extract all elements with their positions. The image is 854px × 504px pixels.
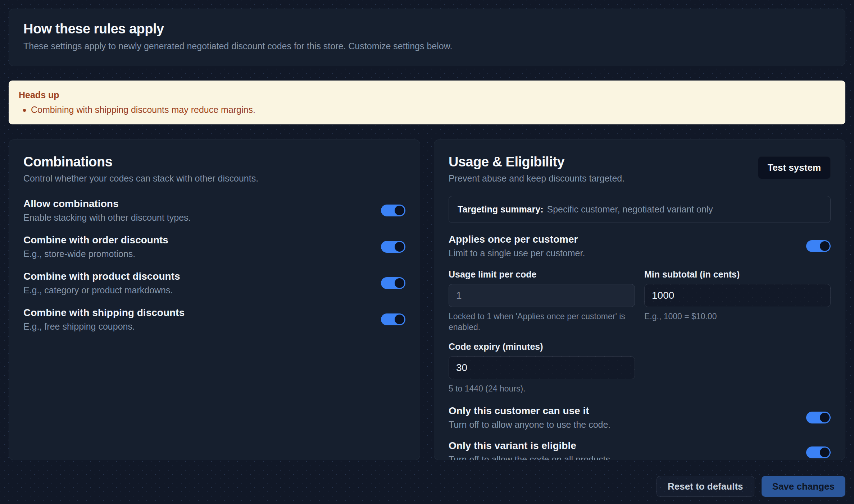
code-expiry-input[interactable]	[449, 356, 635, 379]
shipping-discounts-toggle[interactable]	[381, 313, 405, 325]
rule-help: Turn off to allow anyone to use the code…	[449, 420, 610, 430]
product-discounts-toggle[interactable]	[381, 277, 405, 289]
code-expiry-help: 5 to 1440 (24 hours).	[449, 384, 635, 394]
code-expiry-field-group: Code expiry (minutes) 5 to 1440 (24 hour…	[449, 342, 635, 394]
order-discounts-toggle[interactable]	[381, 241, 405, 253]
rule-row-allow-combinations: Allow combinations Enable stacking with …	[23, 198, 405, 223]
min-subtotal-field-group: Min subtotal (in cents) E.g., 1000 = $10…	[644, 269, 831, 333]
rule-row-product-discounts: Combine with product discounts E.g., cat…	[23, 271, 405, 295]
rule-row-order-discounts: Combine with order discounts E.g., store…	[23, 234, 405, 259]
banner-list: Combining with shipping discounts may re…	[19, 105, 835, 115]
rule-label: Combine with order discounts	[23, 234, 168, 246]
footer-actions: Reset to defaults Save changes	[9, 476, 845, 497]
toggle-knob	[820, 413, 830, 422]
allow-combinations-toggle[interactable]	[381, 205, 405, 216]
combinations-panel: Combinations Control whether your codes …	[9, 139, 420, 460]
usage-eligibility-panel: Usage & Eligibility Prevent abuse and ke…	[434, 139, 845, 460]
test-system-button[interactable]: Test system	[758, 156, 831, 179]
usage-limit-help: Locked to 1 when 'Applies once per custo…	[449, 311, 635, 333]
min-subtotal-input[interactable]	[644, 284, 831, 307]
rule-row-only-variant: Only this variant is eligible Turn off t…	[449, 440, 831, 460]
rule-label: Combine with product discounts	[23, 271, 180, 282]
rule-help: Limit to a single use per customer.	[449, 248, 585, 258]
combinations-subtitle: Control whether your codes can stack wit…	[23, 173, 405, 184]
applies-once-toggle[interactable]	[806, 240, 831, 252]
combinations-title: Combinations	[23, 154, 405, 170]
only-customer-toggle[interactable]	[806, 412, 831, 423]
rule-row-only-customer: Only this customer can use it Turn off t…	[449, 405, 831, 430]
toggle-knob	[820, 448, 830, 457]
save-changes-button[interactable]: Save changes	[762, 476, 845, 497]
rule-help: E.g., category or product markdowns.	[23, 285, 180, 295]
banner-item: Combining with shipping discounts may re…	[31, 105, 835, 115]
usage-limit-label: Usage limit per code	[449, 269, 635, 280]
usage-title: Usage & Eligibility	[449, 154, 624, 170]
targeting-summary-box: Targeting summary: Specific customer, ne…	[449, 196, 831, 223]
toggle-knob	[820, 241, 830, 251]
rule-row-applies-once: Applies once per customer Limit to a sin…	[449, 234, 831, 258]
usage-limit-field-group: Usage limit per code Locked to 1 when 'A…	[449, 269, 635, 333]
rule-help: Enable stacking with other discount type…	[23, 212, 191, 223]
min-subtotal-help: E.g., 1000 = $10.00	[644, 311, 831, 322]
rules-header-card: How these rules apply These settings app…	[9, 9, 845, 66]
toggle-knob	[395, 278, 404, 288]
rule-label: Only this customer can use it	[449, 405, 610, 417]
toggle-knob	[395, 315, 404, 324]
rule-label: Allow combinations	[23, 198, 191, 210]
page-subtitle: These settings apply to newly generated …	[23, 41, 831, 51]
rule-label: Applies once per customer	[449, 234, 585, 245]
usage-limit-input[interactable]	[449, 284, 635, 307]
banner-title: Heads up	[19, 90, 835, 100]
toggle-knob	[395, 206, 404, 215]
rule-label: Combine with shipping discounts	[23, 307, 185, 319]
rule-help: Turn off to allow the code on all produc…	[449, 454, 613, 460]
usage-subtitle: Prevent abuse and keep discounts targete…	[449, 173, 624, 184]
targeting-summary-value: Specific customer, negotiated variant on…	[547, 204, 713, 215]
code-expiry-label: Code expiry (minutes)	[449, 342, 635, 352]
heads-up-banner: Heads up Combining with shipping discoun…	[9, 81, 845, 124]
rule-label: Only this variant is eligible	[449, 440, 613, 452]
min-subtotal-label: Min subtotal (in cents)	[644, 269, 831, 280]
rule-help: E.g., store-wide promotions.	[23, 249, 168, 259]
page-title: How these rules apply	[23, 21, 831, 37]
toggle-knob	[395, 242, 404, 252]
rule-help: E.g., free shipping coupons.	[23, 321, 185, 332]
only-variant-toggle[interactable]	[806, 446, 831, 458]
rule-row-shipping-discounts: Combine with shipping discounts E.g., fr…	[23, 307, 405, 332]
reset-defaults-button[interactable]: Reset to defaults	[657, 476, 754, 497]
targeting-summary-label: Targeting summary:	[458, 204, 543, 215]
